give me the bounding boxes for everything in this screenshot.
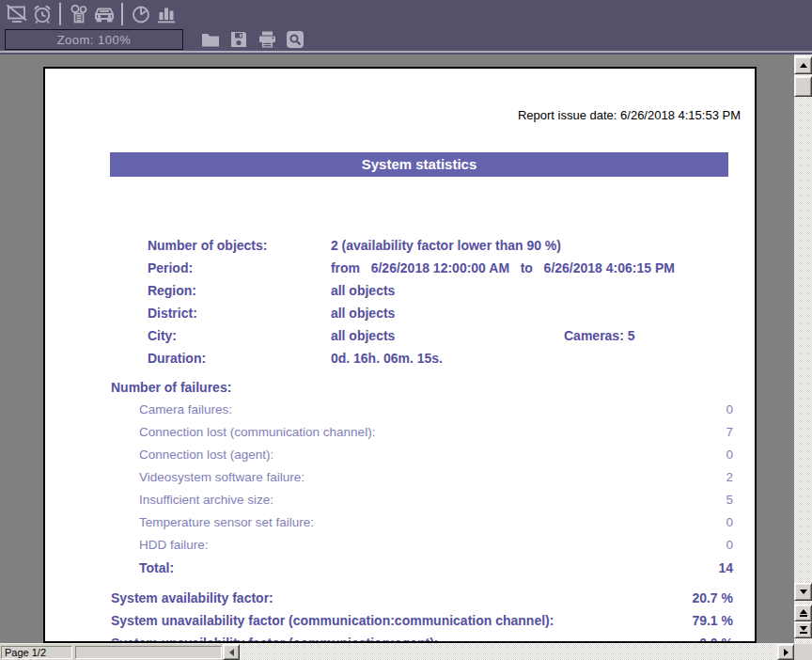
failure-label: HDD failure: (139, 538, 209, 552)
open-button[interactable] (196, 27, 225, 52)
magnifier-icon (285, 29, 305, 50)
bar-chart-button[interactable] (153, 2, 179, 26)
failure-label: Camera failures: (139, 402, 232, 416)
report-title: System statistics (362, 156, 477, 172)
info-row: Period:from 6/26/2018 12:00:00 AM to 6/2… (111, 234, 733, 257)
failures-total-value: 14 (718, 557, 733, 579)
page-up-icon (800, 609, 807, 614)
search-button[interactable] (281, 27, 309, 52)
film-reel-icon (68, 3, 90, 25)
info-row: Duration:0d. 16h. 06m. 15s. Cameras: 5 (111, 324, 733, 347)
failure-value: 2 (726, 466, 733, 489)
page-up-bar-icon (800, 615, 807, 617)
horizontal-scrollbar[interactable] (223, 644, 794, 660)
failure-value: 0 (726, 534, 733, 557)
failure-value: 0 (726, 399, 733, 421)
page-down-icon (800, 626, 807, 631)
scroll-up-button[interactable] (794, 56, 812, 74)
car-button[interactable] (91, 2, 117, 26)
pie-chart-button[interactable] (128, 2, 153, 26)
failures-total-row: Total:14 (111, 557, 733, 579)
failure-row: Camera failures:0 (111, 399, 733, 421)
report-title-bar: System statistics (110, 152, 728, 177)
failure-row: Temperature sensor set failure:0 (111, 511, 733, 534)
arrow-up-icon (800, 63, 807, 68)
report-page: Report issue date: 6/26/2018 4:15:53 PM … (43, 67, 757, 643)
arrow-down-icon (800, 589, 807, 594)
info-row: District:all objects (111, 279, 733, 302)
summary-value: 79.1 % (692, 609, 733, 632)
floppy-disk-icon (228, 29, 249, 50)
report-toolbar-buttons (196, 27, 309, 52)
summary-label: System unavailability factor (communicat… (111, 636, 439, 643)
bar-chart-icon (155, 3, 178, 25)
info-row: Region:all objects (111, 257, 733, 279)
failure-row: Connection lost (communication channel):… (111, 421, 733, 444)
failure-value: 0 (726, 444, 733, 466)
failures-section: Number of failures: Camera failures:0 Co… (111, 376, 733, 579)
page-down-bar-icon (800, 632, 807, 634)
toolbar-separator (59, 3, 61, 25)
next-page-button[interactable] (794, 621, 812, 638)
info-label: Duration: (148, 347, 331, 369)
failure-value: 7 (726, 421, 733, 444)
alarm-clock-button[interactable] (29, 2, 55, 26)
status-bar: Page 1/2 (0, 643, 812, 660)
failure-row: Videosystem software failure:2 (111, 466, 733, 489)
report-toolbar: Zoom: 100% (0, 28, 812, 53)
monitor-off-button[interactable] (4, 2, 29, 26)
scroll-right-button[interactable] (777, 644, 794, 660)
failures-total-label: Total: (139, 560, 174, 575)
main-toolbar (0, 0, 812, 28)
summary-row: System availability factor:20.7 % (111, 587, 733, 609)
summary-row: System unavailability factor (communicat… (111, 632, 733, 643)
printer-icon (257, 29, 278, 50)
page-indicator: Page 1/2 (1, 646, 72, 659)
scroll-left-button[interactable] (223, 644, 240, 660)
status-panel-empty (75, 646, 222, 659)
summary-label: System unavailability factor (communicat… (111, 613, 554, 628)
failure-label: Connection lost (communication channel): (139, 425, 375, 439)
info-row: City:all objects (111, 302, 733, 324)
info-row: Number of objects:2 (availability factor… (111, 212, 733, 234)
vertical-scroll-thumb[interactable] (794, 76, 812, 97)
print-button[interactable] (253, 27, 281, 52)
cameras-count: Cameras: 5 (564, 324, 635, 347)
save-button[interactable] (225, 27, 253, 52)
failure-row: Connection lost (agent):0 (111, 444, 733, 466)
vertical-scrollbar[interactable] (794, 55, 812, 643)
failure-row: Insufficient archive size:5 (111, 489, 733, 511)
summary-label: System availability factor: (111, 590, 273, 605)
failure-row: HDD failure:0 (111, 534, 733, 557)
report-info-section: Number of objects:2 (availability factor… (111, 212, 733, 347)
failure-value: 0 (726, 511, 733, 534)
report-viewer-window: Zoom: 100% (0, 0, 812, 660)
failures-heading: Number of failures: (111, 376, 733, 399)
summary-row: System unavailability factor (communicat… (111, 609, 733, 632)
toolbar-separator (121, 3, 123, 25)
preview-area: Report issue date: 6/26/2018 4:15:53 PM … (0, 55, 794, 643)
info-value: 0d. 16h. 06m. 15s. (331, 351, 443, 366)
alarm-clock-icon (31, 3, 54, 25)
failure-label: Insufficient archive size: (139, 493, 273, 507)
film-reel-button[interactable] (66, 2, 91, 26)
summary-value: 0.0 % (699, 632, 733, 643)
arrow-left-icon (229, 649, 234, 656)
zoom-level[interactable]: Zoom: 100% (5, 29, 183, 50)
report-issue-date: Report issue date: 6/26/2018 4:15:53 PM (518, 108, 741, 122)
failure-label: Connection lost (agent): (139, 448, 273, 462)
failure-value: 5 (726, 489, 733, 511)
summary-value: 20.7 % (692, 587, 733, 609)
failure-label: Videosystem software failure: (139, 470, 304, 484)
pie-chart-icon (130, 3, 152, 25)
summary-section: System availability factor:20.7 % System… (111, 587, 733, 643)
car-icon (92, 3, 117, 25)
scroll-down-button[interactable] (794, 583, 812, 601)
zoom-level-label: Zoom: 100% (57, 33, 132, 47)
scrollbar-corner (794, 644, 812, 660)
monitor-off-icon (6, 3, 28, 25)
failure-label: Temperature sensor set failure: (139, 515, 314, 529)
previous-page-button[interactable] (794, 605, 812, 621)
arrow-right-icon (784, 649, 789, 656)
folder-icon (200, 29, 221, 50)
